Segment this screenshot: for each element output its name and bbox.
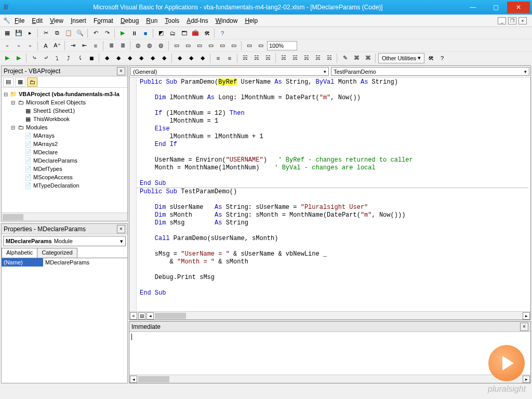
tb3-btn25[interactable]: ☵ <box>301 53 312 63</box>
toolbar-run-icon[interactable]: ▶ <box>117 28 128 38</box>
property-row-name[interactable]: (Name) MDeclareParams <box>2 258 127 267</box>
tb3-btn27[interactable]: ☵ <box>324 53 335 63</box>
tb2-outdent-icon[interactable]: ⇤ <box>79 41 89 51</box>
tb3-btn30[interactable]: ⌘ <box>363 53 373 63</box>
menu-debug[interactable]: Debug <box>117 16 142 25</box>
tb2-btn14[interactable]: ▭ <box>171 41 182 51</box>
tb3-btn18[interactable]: ≡ <box>213 53 223 63</box>
toolbar-break-icon[interactable]: ⏸ <box>129 28 139 38</box>
code-hscroll[interactable]: ≡ ▤ ◂ ▸ <box>129 311 530 320</box>
properties-tab-categorized[interactable]: Categorized <box>37 248 77 258</box>
tb2-btn8[interactable]: ≡ <box>90 41 101 51</box>
tb2-indent-icon[interactable]: ⇥ <box>68 41 78 51</box>
tb3-btn9[interactable]: ◆ <box>102 53 112 63</box>
toolbar-project-icon[interactable]: 🗂 <box>167 28 178 38</box>
menu-run[interactable]: Run <box>143 16 161 25</box>
toolbar-find-icon[interactable]: 🔍 <box>75 28 85 38</box>
other-utilities-button[interactable]: Other Utilities▾ <box>378 53 424 63</box>
tree-module-mtypedeclaration[interactable]: MTypeDeclaration <box>33 182 79 189</box>
tree-thisworkbook[interactable]: ThisWorkbook <box>33 116 70 122</box>
menu-addins[interactable]: Add-Ins <box>183 16 211 25</box>
minimize-button[interactable]: — <box>461 2 484 13</box>
tb3-btn20[interactable]: ☵ <box>240 53 250 63</box>
tb3-wrench-icon[interactable]: 🛠 <box>425 53 436 63</box>
toolbar-cut-icon[interactable]: ✂ <box>41 28 51 38</box>
tb3-help-icon[interactable]: ? <box>437 53 447 63</box>
tb3-btn15[interactable]: ◆ <box>175 53 185 63</box>
tb3-btn19[interactable]: ≡ <box>224 53 235 63</box>
proj-view-object-icon[interactable]: ▦ <box>15 77 25 87</box>
tb2-btn19[interactable]: ▭ <box>229 41 239 51</box>
imm-hscroll-left-icon[interactable]: ◂ <box>130 376 137 383</box>
tb2-btn4[interactable]: A <box>41 41 51 51</box>
tb2-btn10[interactable]: ≣ <box>117 41 128 51</box>
menu-format[interactable]: Format <box>90 16 116 25</box>
properties-panel-close[interactable]: × <box>117 225 125 233</box>
tb3-btn3[interactable]: ⤷ <box>29 53 39 63</box>
mdi-close[interactable]: × <box>518 17 527 24</box>
tb3-btn5[interactable]: ⤵ <box>52 53 62 63</box>
immediate-input[interactable] <box>129 332 530 375</box>
tb3-btn4[interactable]: ⤶ <box>41 53 51 63</box>
menu-edit[interactable]: Edit <box>29 16 46 25</box>
tb3-btn14[interactable]: ◆ <box>159 53 169 63</box>
tb3-btn12[interactable]: ◆ <box>136 53 147 63</box>
tb3-btn16[interactable]: ◆ <box>186 53 196 63</box>
tb3-btn8[interactable]: ⏹ <box>86 53 97 63</box>
tb2-btn9[interactable]: ≣ <box>106 41 116 51</box>
code-object-dropdown[interactable]: (General)▾ <box>130 67 329 76</box>
toolbar-redo-icon[interactable]: ↷ <box>102 28 112 38</box>
tb2-btn20[interactable]: ▭ <box>244 41 255 51</box>
close-button[interactable]: ✕ <box>507 2 530 13</box>
tb2-btn1[interactable]: ▫ <box>2 41 12 51</box>
tb3-btn24[interactable]: ☵ <box>290 53 300 63</box>
project-panel-close[interactable]: × <box>117 67 125 75</box>
tb2-btn12[interactable]: ◍ <box>144 41 155 51</box>
tb2-btn21[interactable]: ▭ <box>256 41 266 51</box>
tb3-btn29[interactable]: ⌘ <box>351 53 362 63</box>
tree-module-marrays[interactable]: MArrays <box>33 132 55 139</box>
tb3-runparam-icon[interactable]: ▶ <box>14 53 24 63</box>
tree-excel-objects[interactable]: Microsoft Excel Objects <box>26 99 86 105</box>
tree-module-mdeftypes[interactable]: MDefTypes <box>33 166 62 172</box>
project-hscroll[interactable] <box>2 212 127 221</box>
proj-view-code-icon[interactable]: ▤ <box>3 77 14 87</box>
toolbar-reset-icon[interactable]: ■ <box>140 28 151 38</box>
toolbar-properties-icon[interactable]: 🗔 <box>179 28 189 38</box>
tb2-btn2[interactable]: ▫ <box>14 41 24 51</box>
menu-help[interactable]: Help <box>242 16 261 25</box>
immediate-hscroll[interactable]: ◂ ▸ <box>129 375 530 383</box>
imm-hscroll-right-icon[interactable]: ▸ <box>523 376 530 383</box>
menu-file[interactable]: File <box>11 16 28 25</box>
tree-modules[interactable]: Modules <box>26 124 48 130</box>
tb2-btn13[interactable]: ◍ <box>156 41 166 51</box>
tb3-btn23[interactable]: ☵ <box>278 53 289 63</box>
menu-insert[interactable]: Insert <box>68 16 89 25</box>
maximize-button[interactable]: ▢ <box>484 2 507 13</box>
full-view-icon[interactable]: ▤ <box>138 312 145 320</box>
tb2-btn5[interactable]: A⁺ <box>52 41 62 51</box>
proc-view-icon[interactable]: ≡ <box>130 312 137 320</box>
toolbar-undo-icon[interactable]: ↶ <box>90 28 101 38</box>
toolbar-save-icon[interactable]: 💾 <box>14 28 24 38</box>
tb2-btn15[interactable]: ▭ <box>183 41 193 51</box>
toolbar-help-icon[interactable]: ? <box>217 28 228 38</box>
toolbar-design-icon[interactable]: ◩ <box>156 28 166 38</box>
tb3-btn26[interactable]: ☵ <box>313 53 323 63</box>
toolbar-toolbox-icon[interactable]: 🛠 <box>202 28 212 38</box>
tb2-btn11[interactable]: ◍ <box>133 41 143 51</box>
menu-window[interactable]: Window <box>212 16 241 25</box>
toolbar-new-icon[interactable]: ▸ <box>25 28 35 38</box>
immediate-close[interactable]: × <box>520 323 528 331</box>
tb3-run-icon[interactable]: ▶ <box>2 53 12 63</box>
project-tree[interactable]: ⊟📁VBAProject (vba-fundamentals-m3-la ⊟🗀M… <box>2 88 127 212</box>
tb3-btn11[interactable]: ◆ <box>125 53 135 63</box>
tree-module-mscopeaccess[interactable]: MScopeAccess <box>33 174 73 180</box>
properties-object-dropdown[interactable]: MDeclareParamsModule▾ <box>3 236 126 246</box>
tb3-btn13[interactable]: ◆ <box>148 53 158 63</box>
zoom-combo[interactable]: 100% <box>267 41 297 50</box>
tree-sheet1[interactable]: Sheet1 (Sheet1) <box>33 108 75 114</box>
hscroll-right-icon[interactable]: ▸ <box>523 312 530 320</box>
proj-folders-icon[interactable]: 🗀 <box>27 77 37 87</box>
tb3-btn17[interactable]: ◆ <box>197 53 208 63</box>
